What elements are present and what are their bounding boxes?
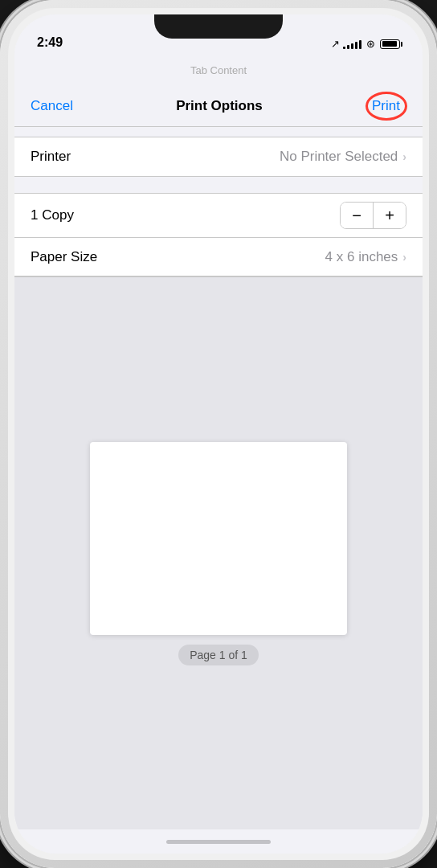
printer-chevron-icon: › — [402, 150, 406, 163]
print-button[interactable]: Print — [366, 95, 406, 117]
paper-size-label: Paper Size — [31, 249, 97, 265]
content-area: Printer No Printer Selected › 1 Copy — [14, 127, 423, 829]
signal-bars-icon — [343, 39, 361, 49]
paper-size-value-text: 4 x 6 inches — [325, 249, 398, 265]
home-bar — [166, 840, 271, 844]
preview-page — [90, 442, 347, 635]
tab-area: Tab Content — [14, 55, 423, 85]
nav-title: Print Options — [176, 98, 263, 114]
printer-label: Printer — [31, 149, 71, 165]
printer-value-text: No Printer Selected — [280, 149, 398, 165]
location-icon: ↗ — [331, 38, 340, 50]
paper-size-chevron-icon: › — [402, 251, 406, 264]
wifi-icon: ⊛ — [366, 38, 375, 50]
copy-stepper: − + — [340, 202, 406, 229]
copy-label: 1 Copy — [31, 207, 74, 223]
print-button-wrapper: Print — [366, 98, 406, 114]
battery-fill — [382, 41, 397, 47]
printer-section: Printer No Printer Selected › — [14, 137, 423, 177]
copy-paper-section: 1 Copy − + Paper Size 4 x 6 inches › — [14, 193, 423, 276]
home-indicator — [14, 829, 423, 854]
copy-count: 1 — [31, 207, 38, 223]
nav-bar: Cancel Print Options Print — [14, 85, 423, 127]
battery-icon — [380, 39, 400, 49]
paper-size-value: 4 x 6 inches › — [325, 249, 406, 265]
printer-row[interactable]: Printer No Printer Selected › — [14, 137, 423, 176]
copy-decrement-button[interactable]: − — [341, 203, 373, 228]
copy-row: 1 Copy − + — [14, 194, 423, 237]
phone-frame: 2:49 ↗ ⊛ Tab Content Cance — [0, 0, 437, 868]
cancel-button[interactable]: Cancel — [31, 98, 73, 114]
notch — [154, 14, 283, 39]
preview-area: Page 1 of 1 — [14, 276, 423, 829]
printer-value: No Printer Selected › — [280, 149, 406, 165]
page-indicator: Page 1 of 1 — [178, 645, 259, 665]
status-icons: ⊛ — [343, 38, 400, 50]
paper-size-row[interactable]: Paper Size 4 x 6 inches › — [14, 237, 423, 276]
copy-word: Copy — [42, 207, 74, 223]
screen: 2:49 ↗ ⊛ Tab Content Cance — [14, 14, 423, 854]
copy-increment-button[interactable]: + — [374, 203, 406, 228]
tab-label: Tab Content — [190, 64, 247, 76]
